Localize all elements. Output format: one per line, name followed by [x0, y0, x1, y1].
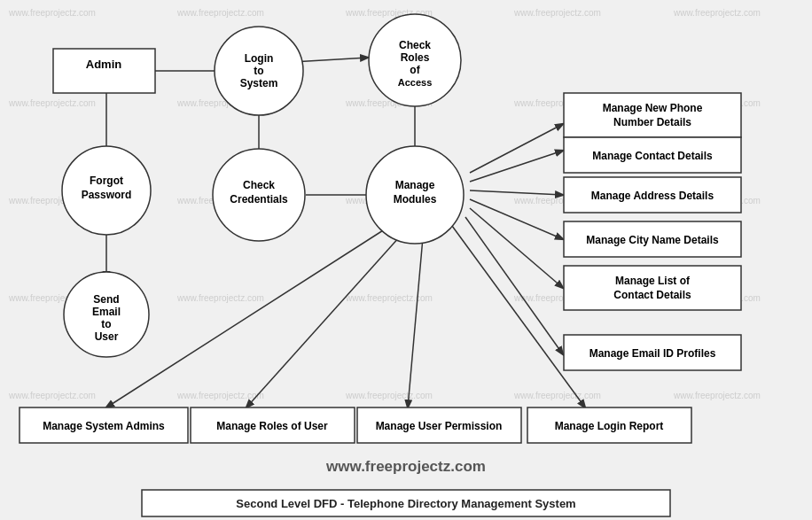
manage-modules-label2: Modules [394, 193, 437, 206]
sys-admins-label: Manage System Admins [43, 420, 165, 432]
login-report-label: Manage Login Report [555, 420, 664, 432]
roles-label: Manage Roles of User [216, 420, 328, 432]
main-diagram: www.freeprojectz.com www.freeprojectz.co… [0, 0, 812, 520]
send-email-label4: User [95, 330, 119, 343]
forgot-label1: Forgot [90, 175, 123, 187]
check-roles-label1: Check [399, 39, 431, 51]
phone-box [564, 93, 741, 137]
login-label3: System [240, 77, 278, 89]
svg-text:www.freeprojectz.com: www.freeprojectz.com [673, 8, 761, 18]
send-email-label1: Send [93, 293, 119, 306]
login-label2: to [254, 65, 263, 77]
check-roles-label2: Roles [401, 51, 430, 64]
check-creds-label2: Credentials [230, 193, 288, 206]
contact-label: Manage Contact Details [592, 150, 713, 162]
svg-text:www.freeprojectz.com: www.freeprojectz.com [345, 391, 433, 400]
forgot-label2: Password [82, 189, 132, 201]
svg-text:www.freeprojectz.com: www.freeprojectz.com [176, 293, 264, 303]
send-email-label2: Email [92, 306, 121, 318]
svg-text:www.freeprojectz.com: www.freeprojectz.com [513, 8, 601, 18]
user-perm-label: Manage User Permission [376, 420, 503, 432]
phone-label1: Manage New Phone [603, 102, 703, 114]
city-label: Manage City Name Details [586, 234, 719, 246]
phone-label2: Number Details [613, 116, 691, 128]
svg-text:www.freeprojectz.com: www.freeprojectz.com [176, 8, 264, 18]
svg-text:www.freeprojectz.com: www.freeprojectz.com [8, 8, 96, 18]
login-label: Login [245, 52, 274, 65]
list-label2: Contact Details [613, 289, 691, 301]
watermark-main: www.freeprojectz.com [325, 458, 486, 475]
svg-text:www.freeprojectz.com: www.freeprojectz.com [345, 293, 433, 303]
send-email-label3: to [101, 318, 111, 330]
admin-node [53, 49, 155, 93]
admin-label: Admin [86, 58, 122, 71]
check-creds-label1: Check [243, 179, 275, 191]
email-label: Manage Email ID Profiles [589, 347, 716, 360]
svg-text:www.freeprojectz.com: www.freeprojectz.com [673, 391, 761, 400]
manage-modules-label1: Manage [395, 179, 435, 191]
svg-text:www.freeprojectz.com: www.freeprojectz.com [8, 98, 96, 108]
address-label: Manage Address Details [591, 190, 714, 202]
check-roles-label4: Access [398, 77, 433, 88]
footer-label: Second Level DFD - Telephone Directory M… [236, 497, 575, 510]
svg-text:www.freeprojectz.com: www.freeprojectz.com [8, 391, 96, 400]
diagram-area: www.freeprojectz.com www.freeprojectz.co… [0, 0, 812, 520]
svg-text:www.freeprojectz.com: www.freeprojectz.com [513, 391, 601, 400]
list-label1: Manage List of [615, 275, 691, 287]
list-box [564, 266, 741, 310]
check-roles-label3: of [410, 64, 420, 76]
svg-text:www.freeprojectz.com: www.freeprojectz.com [176, 391, 264, 400]
